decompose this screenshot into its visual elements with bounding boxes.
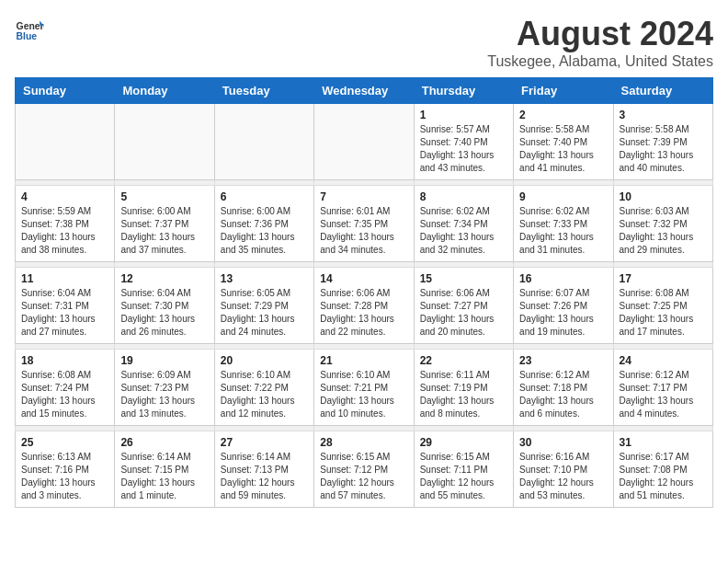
table-row: 9Sunrise: 6:02 AM Sunset: 7:33 PM Daylig…: [514, 186, 613, 262]
day-info: Sunrise: 6:14 AM Sunset: 7:13 PM Dayligh…: [221, 451, 308, 502]
week-row-1: 1Sunrise: 5:57 AM Sunset: 7:40 PM Daylig…: [16, 104, 713, 180]
day-info: Sunrise: 6:11 AM Sunset: 7:19 PM Dayligh…: [420, 369, 507, 420]
table-row: 21Sunrise: 6:10 AM Sunset: 7:21 PM Dayli…: [314, 350, 414, 426]
day-info: Sunrise: 6:15 AM Sunset: 7:12 PM Dayligh…: [320, 451, 407, 502]
day-info: Sunrise: 6:14 AM Sunset: 7:15 PM Dayligh…: [120, 451, 208, 502]
day-info: Sunrise: 6:12 AM Sunset: 7:18 PM Dayligh…: [519, 369, 607, 420]
day-number: 13: [221, 272, 308, 285]
day-info: Sunrise: 5:59 AM Sunset: 7:38 PM Dayligh…: [21, 205, 108, 257]
day-info: Sunrise: 6:10 AM Sunset: 7:22 PM Dayligh…: [221, 369, 308, 420]
weekday-header-row: Sunday Monday Tuesday Wednesday Thursday…: [16, 78, 713, 104]
header-saturday: Saturday: [613, 78, 712, 104]
day-number: 12: [120, 272, 208, 285]
day-info: Sunrise: 6:00 AM Sunset: 7:37 PM Dayligh…: [120, 205, 208, 257]
day-info: Sunrise: 6:16 AM Sunset: 7:10 PM Dayligh…: [519, 451, 607, 502]
table-row: 16Sunrise: 6:07 AM Sunset: 7:26 PM Dayli…: [514, 268, 613, 344]
day-info: Sunrise: 5:57 AM Sunset: 7:40 PM Dayligh…: [420, 123, 507, 175]
day-number: 24: [620, 354, 707, 367]
table-row: 31Sunrise: 6:17 AM Sunset: 7:08 PM Dayli…: [613, 431, 712, 508]
day-number: 31: [620, 436, 707, 449]
table-row: 29Sunrise: 6:15 AM Sunset: 7:11 PM Dayli…: [414, 431, 513, 508]
table-row: 14Sunrise: 6:06 AM Sunset: 7:28 PM Dayli…: [314, 268, 414, 344]
day-info: Sunrise: 6:12 AM Sunset: 7:17 PM Dayligh…: [620, 369, 707, 420]
logo-icon: General Blue: [15, 15, 44, 44]
day-number: 18: [21, 354, 108, 367]
calendar-table: Sunday Monday Tuesday Wednesday Thursday…: [15, 77, 713, 508]
table-row: 15Sunrise: 6:06 AM Sunset: 7:27 PM Dayli…: [414, 268, 513, 344]
day-number: 2: [519, 109, 607, 121]
day-number: 3: [620, 109, 707, 121]
day-info: Sunrise: 6:00 AM Sunset: 7:36 PM Dayligh…: [221, 205, 308, 257]
day-number: 16: [519, 272, 607, 285]
day-number: 10: [620, 190, 707, 203]
day-number: 6: [221, 190, 308, 203]
week-row-5: 25Sunrise: 6:13 AM Sunset: 7:16 PM Dayli…: [16, 431, 713, 508]
title-area: August 2024 Tuskegee, Alabama, United St…: [487, 15, 713, 70]
table-row: 4Sunrise: 5:59 AM Sunset: 7:38 PM Daylig…: [16, 186, 115, 262]
day-number: 29: [420, 436, 507, 449]
table-row: 11Sunrise: 6:04 AM Sunset: 7:31 PM Dayli…: [16, 268, 115, 344]
table-row: 3Sunrise: 5:58 AM Sunset: 7:39 PM Daylig…: [613, 104, 712, 180]
table-row: 28Sunrise: 6:15 AM Sunset: 7:12 PM Dayli…: [314, 431, 414, 508]
header-wednesday: Wednesday: [314, 78, 414, 104]
day-number: 25: [21, 436, 108, 449]
day-info: Sunrise: 6:13 AM Sunset: 7:16 PM Dayligh…: [21, 451, 108, 502]
day-number: 30: [519, 436, 607, 449]
table-row: 2Sunrise: 5:58 AM Sunset: 7:40 PM Daylig…: [514, 104, 613, 180]
day-number: 27: [221, 436, 308, 449]
day-info: Sunrise: 6:07 AM Sunset: 7:26 PM Dayligh…: [519, 287, 607, 339]
day-number: 28: [320, 436, 407, 449]
day-info: Sunrise: 6:06 AM Sunset: 7:28 PM Dayligh…: [320, 287, 407, 339]
table-row: [16, 104, 115, 180]
table-row: 6Sunrise: 6:00 AM Sunset: 7:36 PM Daylig…: [214, 186, 313, 262]
header-thursday: Thursday: [414, 78, 513, 104]
day-number: 19: [120, 354, 208, 367]
header-sunday: Sunday: [16, 78, 115, 104]
table-row: 18Sunrise: 6:08 AM Sunset: 7:24 PM Dayli…: [16, 350, 115, 426]
table-row: 12Sunrise: 6:04 AM Sunset: 7:30 PM Dayli…: [115, 268, 214, 344]
week-row-2: 4Sunrise: 5:59 AM Sunset: 7:38 PM Daylig…: [16, 186, 713, 262]
location-title: Tuskegee, Alabama, United States: [487, 53, 713, 70]
day-info: Sunrise: 6:10 AM Sunset: 7:21 PM Dayligh…: [320, 369, 407, 420]
day-number: 26: [120, 436, 208, 449]
table-row: [314, 104, 414, 180]
day-info: Sunrise: 6:02 AM Sunset: 7:34 PM Dayligh…: [420, 205, 507, 257]
day-info: Sunrise: 6:08 AM Sunset: 7:24 PM Dayligh…: [21, 369, 108, 420]
svg-text:Blue: Blue: [17, 31, 38, 41]
header-tuesday: Tuesday: [214, 78, 313, 104]
table-row: 22Sunrise: 6:11 AM Sunset: 7:19 PM Dayli…: [414, 350, 513, 426]
day-number: 1: [420, 109, 507, 121]
table-row: 23Sunrise: 6:12 AM Sunset: 7:18 PM Dayli…: [514, 350, 613, 426]
table-row: 1Sunrise: 5:57 AM Sunset: 7:40 PM Daylig…: [414, 104, 513, 180]
table-row: 17Sunrise: 6:08 AM Sunset: 7:25 PM Dayli…: [613, 268, 712, 344]
day-info: Sunrise: 6:09 AM Sunset: 7:23 PM Dayligh…: [120, 369, 208, 420]
table-row: [214, 104, 313, 180]
table-row: 24Sunrise: 6:12 AM Sunset: 7:17 PM Dayli…: [613, 350, 712, 426]
day-info: Sunrise: 6:02 AM Sunset: 7:33 PM Dayligh…: [519, 205, 607, 257]
day-number: 15: [420, 272, 507, 285]
day-info: Sunrise: 6:17 AM Sunset: 7:08 PM Dayligh…: [620, 451, 707, 502]
day-info: Sunrise: 6:04 AM Sunset: 7:31 PM Dayligh…: [21, 287, 108, 339]
table-row: 8Sunrise: 6:02 AM Sunset: 7:34 PM Daylig…: [414, 186, 513, 262]
week-row-4: 18Sunrise: 6:08 AM Sunset: 7:24 PM Dayli…: [16, 350, 713, 426]
day-number: 23: [519, 354, 607, 367]
table-row: 20Sunrise: 6:10 AM Sunset: 7:22 PM Dayli…: [214, 350, 313, 426]
day-info: Sunrise: 6:03 AM Sunset: 7:32 PM Dayligh…: [620, 205, 707, 257]
day-info: Sunrise: 6:04 AM Sunset: 7:30 PM Dayligh…: [120, 287, 208, 339]
day-number: 17: [620, 272, 707, 285]
day-info: Sunrise: 6:15 AM Sunset: 7:11 PM Dayligh…: [420, 451, 507, 502]
month-title: August 2024: [487, 15, 713, 53]
day-number: 8: [420, 190, 507, 203]
day-number: 5: [120, 190, 208, 203]
day-number: 22: [420, 354, 507, 367]
day-number: 9: [519, 190, 607, 203]
logo: General Blue: [15, 15, 44, 44]
table-row: 30Sunrise: 6:16 AM Sunset: 7:10 PM Dayli…: [514, 431, 613, 508]
header-monday: Monday: [115, 78, 214, 104]
page-header: General Blue August 2024 Tuskegee, Alaba…: [15, 15, 713, 70]
table-row: 26Sunrise: 6:14 AM Sunset: 7:15 PM Dayli…: [115, 431, 214, 508]
table-row: [115, 104, 214, 180]
header-friday: Friday: [514, 78, 613, 104]
day-info: Sunrise: 6:06 AM Sunset: 7:27 PM Dayligh…: [420, 287, 507, 339]
day-number: 20: [221, 354, 308, 367]
